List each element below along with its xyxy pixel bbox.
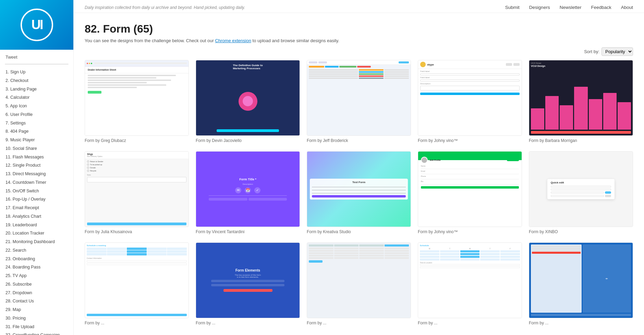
sidebar-nav-item[interactable]: 11. Flash Messages xyxy=(0,153,73,161)
sidebar-nav-item[interactable]: 3. Landing Page xyxy=(0,85,73,94)
main-content: Daily inspiration collected from daily u… xyxy=(74,0,644,335)
header-nav-item[interactable]: About xyxy=(621,5,633,10)
sidebar-nav-item[interactable]: 21. Monitoring Dashboard xyxy=(0,238,73,246)
page-subtitle: You can see the designs from the challen… xyxy=(85,38,633,43)
sidebar-nav-item[interactable]: 8. 404 Page xyxy=(0,127,73,136)
sidebar-nav-item[interactable]: 15. On/Off Switch xyxy=(0,187,73,195)
sidebar-nav-item[interactable]: 16. Pop-Up / Overlay xyxy=(0,195,73,204)
card-thumbnail: Test Form xyxy=(307,151,411,227)
card-thumbnail: UI/UX Design VCUI Design xyxy=(529,60,633,136)
sidebar-nav-item[interactable]: 29. Map xyxy=(0,306,73,314)
card-thumbnail: Quick edit xyxy=(529,151,633,227)
header-nav: SubmitDesignersNewsletterFeedbackAbout xyxy=(505,5,633,10)
sidebar-nav-item[interactable]: 2. Checkout xyxy=(0,76,73,85)
sidebar-nav-item[interactable]: 17. Email Receipt xyxy=(0,204,73,212)
sidebar-nav-item[interactable]: 6. User Profile xyxy=(0,110,73,119)
card-label: Form by XINBO xyxy=(529,229,633,234)
card-label: Form by Greg Dlubacz xyxy=(85,138,189,143)
sidebar-nav-item[interactable]: 1. Sign Up xyxy=(0,68,73,76)
card-label: Form by Julia Khusainova xyxy=(85,229,189,234)
sort-select[interactable]: PopularityNewestOldest xyxy=(602,47,633,56)
card-label: Form by Kreativa Studio xyxy=(307,229,411,234)
filter-search-icon: 🔍 xyxy=(62,64,69,64)
card-label: Form by Jeff Broderick xyxy=(307,138,411,143)
sidebar-nav-item[interactable]: 25. TV App xyxy=(0,272,73,280)
sidebar-nav: 1. Sign Up2. Checkout3. Landing Page4. C… xyxy=(0,68,73,335)
card-thumbnail: Schedule a meeting Contact Information xyxy=(85,242,189,318)
header-nav-item[interactable]: Newsletter xyxy=(560,5,582,10)
header-nav-item[interactable]: Submit xyxy=(505,5,520,10)
sidebar-nav-item[interactable]: 10. Social Share xyxy=(0,144,73,153)
design-card[interactable]: ◀▶ Form by ... xyxy=(529,242,633,325)
design-card[interactable]: Shyp Non Delivery Option Return to Sende… xyxy=(85,151,189,234)
sidebar-nav-item[interactable]: 5. App Icon xyxy=(0,102,73,110)
sidebar-nav-item[interactable]: 22. Search xyxy=(0,246,73,255)
design-card[interactable]: Form by Jeff Broderick xyxy=(307,60,411,143)
design-card[interactable]: skype Field label Field label Descriptio… xyxy=(418,60,522,143)
card-thumbnail: Dealer Information Sheet xyxy=(85,60,189,136)
design-card[interactable]: Schedule MTWTF Time & Location Form by .… xyxy=(418,242,522,325)
logo-icon: UI xyxy=(21,9,53,41)
design-card[interactable]: Form Elements The key purpose of this fo… xyxy=(196,242,300,325)
card-label: Form by Johny vino™ xyxy=(418,138,522,143)
sidebar-nav-item[interactable]: 24. Boarding Pass xyxy=(0,263,73,272)
card-thumbnail: ◀▶ xyxy=(529,242,633,318)
sidebar-nav-item[interactable]: 9. Music Player xyxy=(0,136,73,144)
sidebar-nav-item[interactable]: 13. Direct Messaging xyxy=(0,170,73,178)
sidebar-nav-item[interactable]: 28. Contact Us xyxy=(0,297,73,306)
design-card[interactable]: Test Form Form by Kreativa Studio xyxy=(307,151,411,234)
sidebar-nav-item[interactable]: 14. Countdown Timer xyxy=(0,178,73,187)
sidebar-nav-item[interactable]: 19. Leaderboard xyxy=(0,221,73,229)
card-thumbnail xyxy=(307,242,411,318)
card-thumbnail: Schedule MTWTF Time & Location xyxy=(418,242,522,318)
sidebar-nav-item[interactable]: 31. File Upload xyxy=(0,323,73,331)
card-label: Form by ... xyxy=(418,321,522,325)
card-thumbnail: Edit Profile Name Email xyxy=(418,151,522,227)
card-label: Form by Barbara Morrigan xyxy=(529,138,633,143)
design-grid: Dealer Information Sheet Form by Greg Dl… xyxy=(74,60,644,335)
design-card[interactable]: Quick edit xyxy=(529,151,633,234)
card-label: Form by Vincent Tantardini xyxy=(196,229,300,234)
design-card[interactable]: Edit Profile Name Email xyxy=(418,151,522,234)
sidebar-nav-item[interactable]: 7. Settings xyxy=(0,119,73,128)
sidebar-nav-item[interactable]: 27. Dropdown xyxy=(0,289,73,297)
design-card[interactable]: Form Title * Description ✉ 📅 ✓ xyxy=(196,151,300,234)
filter-container: 🔍 xyxy=(5,64,69,64)
sidebar-nav-item[interactable]: 18. Analytics Chart xyxy=(0,212,73,221)
card-thumbnail: Shyp Non Delivery Option Return to Sende… xyxy=(85,151,189,227)
sidebar-nav-item[interactable]: 23. Onboarding xyxy=(0,255,73,263)
sidebar: UI Tweet 🔍 1. Sign Up2. Checkout3. Landi… xyxy=(0,0,74,335)
sidebar-nav-item[interactable]: 30. Pricing xyxy=(0,314,73,323)
card-label: Form by ... xyxy=(307,321,411,325)
chrome-extension-link[interactable]: Chrome extension xyxy=(215,38,251,43)
page-header: 82. Form (65) You can see the designs fr… xyxy=(74,13,644,47)
card-thumbnail: The Definitive Guide toMarketing Process… xyxy=(196,60,300,136)
design-card[interactable]: UI/UX Design VCUI Design Form by Barbara… xyxy=(529,60,633,143)
site-header: Daily inspiration collected from daily u… xyxy=(74,0,644,13)
sidebar-nav-item[interactable]: 26. Subscribe xyxy=(0,280,73,289)
subtitle-end: to upload and browse similar designs eas… xyxy=(253,38,339,43)
sidebar-nav-item[interactable]: 4. Calculator xyxy=(0,93,73,102)
card-label: Form by ... xyxy=(529,321,633,325)
design-card[interactable]: Dealer Information Sheet Form by Greg Dl… xyxy=(85,60,189,143)
design-card[interactable]: Schedule a meeting Contact Information F… xyxy=(85,242,189,325)
design-card[interactable]: Form by ... xyxy=(307,242,411,325)
card-label: Form by ... xyxy=(85,321,189,325)
header-nav-item[interactable]: Designers xyxy=(529,5,550,10)
sidebar-nav-item[interactable]: 12. Single Product xyxy=(0,161,73,170)
design-card[interactable]: The Definitive Guide toMarketing Process… xyxy=(196,60,300,143)
sidebar-nav-item[interactable]: 20. Location Tracker xyxy=(0,229,73,238)
filter-input[interactable] xyxy=(5,64,62,64)
card-label: Form by Devin Jacoviello xyxy=(196,138,300,143)
header-nav-item[interactable]: Feedback xyxy=(591,5,611,10)
header-tagline: Daily inspiration collected from daily u… xyxy=(85,5,245,10)
sort-label: Sort by: xyxy=(584,49,599,54)
card-thumbnail: Form Elements The key purpose of this fo… xyxy=(196,242,300,318)
sidebar-nav-item[interactable]: 32. Crowdfunding Campaign xyxy=(0,331,73,335)
card-thumbnail: skype Field label Field label Descriptio… xyxy=(418,60,522,136)
card-thumbnail: Form Title * Description ✉ 📅 ✓ xyxy=(196,151,300,227)
sort-bar: Sort by: PopularityNewestOldest xyxy=(74,47,644,60)
card-label: Form by ... xyxy=(196,321,300,325)
tweet-button[interactable]: Tweet xyxy=(0,50,73,62)
logo: UI xyxy=(0,0,74,50)
